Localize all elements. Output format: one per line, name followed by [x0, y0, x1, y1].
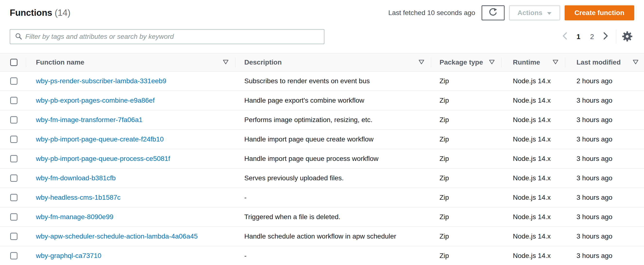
table-row: wby-pb-export-pages-combine-e9a86efHandl…: [0, 91, 644, 110]
function-name-link[interactable]: wby-graphql-ca73710: [36, 252, 101, 260]
filter-search-box[interactable]: [10, 29, 324, 44]
pagination: 1 2: [558, 30, 634, 44]
function-name-link[interactable]: wby-pb-import-page-queue-process-ce5081f: [36, 155, 170, 162]
last-fetched-text: Last fetched 10 seconds ago: [388, 9, 475, 17]
last-modified-filter-button[interactable]: [632, 58, 639, 66]
page-1-button[interactable]: 1: [573, 30, 584, 43]
refresh-icon: [488, 7, 498, 19]
row-checkbox[interactable]: [10, 77, 18, 85]
page-2-button[interactable]: 2: [586, 30, 598, 43]
table-row: wby-graphql-ca73710-ZipNode.js 14.x3 hou…: [0, 246, 644, 265]
row-select-cell: [0, 175, 26, 182]
column-label: Last modified: [576, 58, 621, 66]
table-row: wby-fm-download-b381cfbServes previously…: [0, 169, 644, 188]
search-input[interactable]: [25, 33, 320, 40]
prev-page-button[interactable]: [559, 30, 570, 43]
create-function-button[interactable]: Create function: [564, 5, 634, 20]
runtime-filter-button[interactable]: [552, 58, 558, 66]
actions-dropdown-button[interactable]: Actions: [509, 5, 560, 20]
last-modified-cell: 3 hours ago: [565, 194, 644, 201]
row-select-cell: [0, 213, 26, 221]
function-name-cell: wby-ps-render-subscriber-lambda-331eeb9: [26, 77, 235, 85]
function-name-cell: wby-fm-image-transformer-7fa06a1: [26, 116, 235, 124]
last-modified-cell: 3 hours ago: [565, 155, 644, 163]
runtime-cell: Node.js 14.x: [501, 194, 565, 201]
row-checkbox[interactable]: [10, 155, 18, 162]
page-title-text: Functions: [10, 8, 52, 18]
column-label: Package type: [440, 58, 483, 66]
package-type-cell: Zip: [431, 252, 501, 260]
package-type-cell: Zip: [431, 77, 501, 85]
column-header-description: Description: [235, 54, 431, 71]
row-checkbox[interactable]: [10, 136, 18, 143]
package-type-cell: Zip: [431, 174, 501, 182]
chevron-left-icon: [562, 32, 568, 41]
column-header-last-modified: Last modified: [565, 54, 644, 71]
row-checkbox[interactable]: [10, 116, 18, 124]
package-type-cell: Zip: [431, 116, 501, 124]
function-name-link[interactable]: wby-pb-export-pages-combine-e9a86ef: [36, 97, 155, 104]
table-header-row: Function name Description Package type: [0, 53, 644, 72]
column-label: Function name: [36, 58, 84, 66]
function-name-cell: wby-fm-download-b381cfb: [26, 174, 235, 182]
table-row: wby-ps-render-subscriber-lambda-331eeb9S…: [0, 72, 644, 91]
package-type-filter-button[interactable]: [489, 58, 495, 66]
package-type-cell: Zip: [431, 194, 501, 201]
description-cell: Handle import page queue process workflo…: [235, 155, 431, 163]
column-header-package-type: Package type: [431, 54, 501, 71]
create-function-label: Create function: [574, 9, 624, 17]
last-modified-cell: 3 hours ago: [565, 233, 644, 240]
description-cell: Performs image optimization, resizing, e…: [235, 116, 431, 124]
runtime-cell: Node.js 14.x: [501, 135, 565, 143]
function-name-cell: wby-apw-scheduler-schedule-action-lambda…: [26, 233, 235, 240]
function-name-link[interactable]: wby-headless-cms-1b1587c: [36, 194, 121, 201]
function-name-link[interactable]: wby-ps-render-subscriber-lambda-331eeb9: [36, 77, 166, 85]
refresh-button[interactable]: [482, 5, 504, 20]
row-checkbox[interactable]: [10, 252, 18, 260]
table-row: wby-pb-import-page-queue-process-ce5081f…: [0, 149, 644, 169]
table-row: wby-headless-cms-1b1587c-ZipNode.js 14.x…: [0, 188, 644, 208]
select-all-checkbox[interactable]: [10, 59, 18, 66]
settings-button[interactable]: [620, 30, 634, 44]
column-header-runtime: Runtime: [501, 54, 565, 71]
row-select-cell: [0, 97, 26, 104]
function-name-link[interactable]: wby-fm-image-transformer-7fa06a1: [36, 116, 142, 124]
last-modified-cell: 3 hours ago: [565, 174, 644, 182]
package-type-cell: Zip: [431, 135, 501, 143]
description-filter-button[interactable]: [418, 58, 424, 66]
next-page-button[interactable]: [600, 30, 611, 43]
row-checkbox[interactable]: [10, 213, 18, 221]
row-checkbox[interactable]: [10, 97, 18, 104]
actions-button-label: Actions: [518, 9, 542, 17]
description-cell: -: [235, 194, 431, 201]
package-type-cell: Zip: [431, 213, 501, 221]
row-select-cell: [0, 136, 26, 143]
last-modified-cell: 2 hours ago: [565, 77, 644, 85]
function-name-link[interactable]: wby-apw-scheduler-schedule-action-lambda…: [36, 233, 198, 240]
description-cell: Handle schedule action workflow in apw s…: [235, 233, 431, 240]
table-row: wby-pb-import-page-queue-create-f24fb10H…: [0, 130, 644, 149]
function-name-link[interactable]: wby-pb-import-page-queue-create-f24fb10: [36, 135, 164, 143]
description-cell: -: [235, 252, 431, 260]
page-header: Functions (14) Last fetched 10 seconds a…: [0, 0, 644, 20]
caret-down-icon: [547, 9, 552, 17]
function-name-filter-button[interactable]: [223, 58, 229, 66]
runtime-cell: Node.js 14.x: [501, 252, 565, 260]
column-label: Description: [244, 58, 282, 66]
runtime-cell: Node.js 14.x: [501, 97, 565, 104]
row-checkbox[interactable]: [10, 194, 18, 201]
runtime-cell: Node.js 14.x: [501, 233, 565, 240]
gear-icon: [622, 31, 633, 43]
last-modified-cell: 3 hours ago: [565, 213, 644, 221]
row-checkbox[interactable]: [10, 233, 18, 240]
function-name-cell: wby-pb-import-page-queue-create-f24fb10: [26, 135, 235, 143]
row-checkbox[interactable]: [10, 175, 18, 182]
description-cell: Subscribes to render events on event bus: [235, 77, 431, 85]
package-type-cell: Zip: [431, 97, 501, 104]
package-type-cell: Zip: [431, 233, 501, 240]
row-select-cell: [0, 77, 26, 85]
function-name-link[interactable]: wby-fm-download-b381cfb: [36, 174, 116, 182]
function-name-link[interactable]: wby-fm-manage-8090e99: [36, 213, 114, 221]
function-name-cell: wby-graphql-ca73710: [26, 252, 235, 260]
description-cell: Handle page export's combine workflow: [235, 97, 431, 104]
